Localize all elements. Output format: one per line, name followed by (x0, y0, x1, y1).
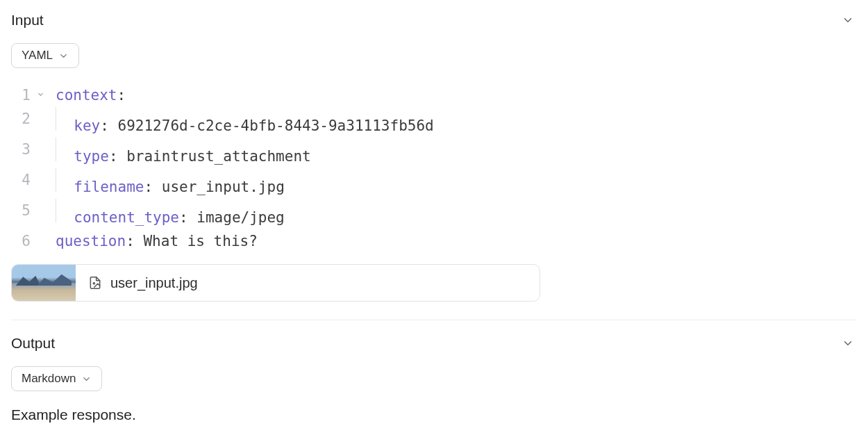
code-content: context: (36, 83, 126, 107)
code-editor[interactable]: 1context:2 key: 6921276d-c2ce-4bfb-8443-… (11, 83, 857, 253)
line-number: 6 (11, 229, 36, 253)
input-format-selector[interactable]: YAML (11, 43, 79, 68)
code-line[interactable]: 6question: What is this? (11, 229, 857, 253)
code-line[interactable]: 3 type: braintrust_attachment (11, 138, 857, 168)
input-title: Input (11, 12, 44, 28)
code-line[interactable]: 2 key: 6921276d-c2ce-4bfb-8443-9a31113fb… (11, 107, 857, 138)
attachment-filename: user_input.jpg (110, 275, 198, 291)
attachment-body: user_input.jpg (76, 265, 540, 301)
code-content: content_type: image/jpeg (36, 199, 285, 229)
fold-chevron-icon[interactable] (37, 88, 44, 102)
input-format-label: YAML (22, 49, 53, 63)
chevron-down-icon (81, 374, 92, 384)
output-format-label: Markdown (22, 372, 76, 386)
output-title: Output (11, 335, 55, 352)
image-file-icon (88, 276, 102, 290)
code-content: filename: user_input.jpg (36, 168, 285, 199)
code-content: key: 6921276d-c2ce-4bfb-8443-9a31113fb56… (36, 107, 434, 138)
chevron-down-icon (58, 51, 69, 61)
code-content: question: What is this? (36, 229, 258, 253)
chevron-down-icon (842, 337, 854, 350)
collapse-input-button[interactable] (839, 11, 857, 29)
code-content: type: braintrust_attachment (36, 138, 311, 168)
line-number: 1 (11, 83, 36, 107)
chevron-down-icon (842, 14, 854, 26)
output-format-selector[interactable]: Markdown (11, 366, 102, 391)
line-number: 3 (11, 138, 36, 168)
input-section-header: Input (11, 11, 857, 29)
output-body: Example response. (11, 407, 857, 423)
svg-point-0 (93, 283, 94, 284)
section-divider (11, 320, 857, 320)
line-number: 4 (11, 168, 36, 199)
code-line[interactable]: 4 filename: user_input.jpg (11, 168, 857, 199)
attachment-thumbnail (12, 265, 76, 301)
collapse-output-button[interactable] (839, 334, 857, 352)
code-line[interactable]: 5 content_type: image/jpeg (11, 199, 857, 229)
line-number: 5 (11, 199, 36, 229)
attachment-chip[interactable]: user_input.jpg (11, 264, 540, 302)
output-section-header: Output (11, 334, 857, 352)
code-line[interactable]: 1context: (11, 83, 857, 107)
line-number: 2 (11, 107, 36, 138)
